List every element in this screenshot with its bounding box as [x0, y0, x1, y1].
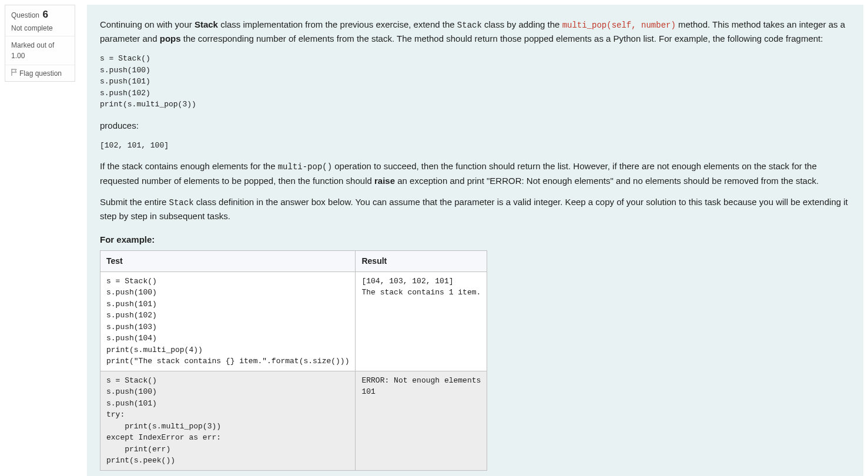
question-status: Not complete — [5, 24, 75, 36]
test-cell: s = Stack() s.push(100) s.push(101) try:… — [106, 375, 349, 467]
prompt-paragraph-1: Continuing on with your Stack class impl… — [100, 18, 850, 46]
produces-label: produces: — [100, 119, 850, 133]
flag-question-link[interactable]: Flag question — [5, 65, 75, 81]
code-example-1: s = Stack() s.push(100) s.push(101) s.pu… — [100, 53, 850, 110]
flag-question-label: Flag question — [19, 69, 62, 78]
code-output-1: [102, 101, 100] — [100, 140, 850, 152]
question-grade: Marked out of 1.00 — [5, 36, 75, 65]
question-label: Question — [11, 11, 39, 19]
method-signature: multi_pop(self, number) — [562, 21, 676, 30]
result-cell: [104, 103, 102, 101] The stack contains … — [361, 276, 481, 299]
question-info-panel: Question 6 Not complete Marked out of 1.… — [5, 5, 75, 82]
examples-table: Test Result s = Stack() s.push(100) s.pu… — [100, 250, 487, 470]
test-cell: s = Stack() s.push(100) s.push(101) s.pu… — [106, 276, 349, 367]
for-example-label: For example: — [100, 233, 850, 247]
prompt-paragraph-2: If the stack contains enough elements fo… — [100, 159, 850, 187]
result-cell: ERROR: Not enough elements 101 — [361, 375, 481, 398]
table-header-result: Result — [356, 251, 487, 271]
table-header-test: Test — [100, 251, 356, 271]
prompt-paragraph-3: Submit the entire Stack class definition… — [100, 195, 850, 223]
question-number: Question 6 — [5, 5, 75, 24]
question-number-value: 6 — [42, 9, 48, 20]
flag-icon — [11, 69, 17, 78]
question-content: Continuing on with your Stack class impl… — [87, 5, 863, 476]
table-row: s = Stack() s.push(100) s.push(101) s.pu… — [100, 271, 487, 371]
table-row: s = Stack() s.push(100) s.push(101) try:… — [100, 371, 487, 470]
